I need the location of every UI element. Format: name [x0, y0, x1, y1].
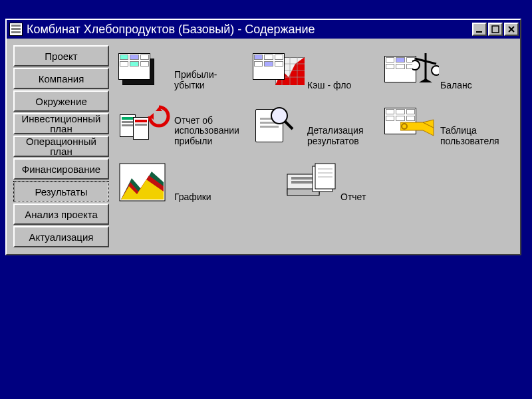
- app-icon: [9, 23, 23, 36]
- sidebar-item-company[interactable]: Компания: [13, 68, 109, 89]
- item-label: Детализация результатов: [307, 126, 363, 148]
- sidebar-item-project[interactable]: Проект: [13, 45, 109, 66]
- item-label: Прибыли- убытки: [174, 70, 217, 92]
- maximize-icon: [491, 25, 499, 33]
- content-row: Графики: [118, 161, 511, 203]
- item-label: Баланс: [440, 80, 472, 92]
- sidebar-item-actualization[interactable]: Актуализация: [13, 226, 109, 247]
- sidebar-item-results[interactable]: Результаты: [13, 181, 109, 202]
- item-cash-flow[interactable]: Кэш - фло: [251, 49, 378, 92]
- sidebar-label: Окружение: [35, 96, 86, 106]
- result-details-icon: [251, 105, 305, 148]
- client-area: Проект Компания Окружение Инвестиционный…: [7, 39, 520, 254]
- item-balance[interactable]: Баланс: [384, 49, 511, 92]
- sidebar-label: Инвестиционный план: [15, 114, 108, 134]
- titlebar: Комбинат Хлебопродуктов (Базовый) - Соде…: [7, 20, 520, 39]
- sidebar-label: Финансирование: [22, 164, 100, 174]
- sidebar: Проект Компания Окружение Инвестиционный…: [13, 45, 109, 247]
- svg-marker-7: [419, 78, 432, 82]
- item-user-table[interactable]: Таблица пользователя: [384, 105, 511, 148]
- item-label: Таблица пользователя: [440, 126, 499, 148]
- sidebar-item-investment-plan[interactable]: Инвестиционный план: [13, 113, 109, 134]
- item-graphs[interactable]: Графики: [118, 161, 245, 203]
- graphs-icon: [118, 161, 172, 203]
- close-button[interactable]: [504, 23, 519, 36]
- svg-line-11: [285, 121, 293, 129]
- svg-rect-0: [476, 31, 482, 33]
- svg-rect-22: [291, 181, 315, 184]
- item-report[interactable]: Отчет: [285, 161, 411, 203]
- user-table-icon: [384, 105, 438, 148]
- item-profit-loss[interactable]: Прибыли- убытки: [118, 49, 245, 92]
- sidebar-label: Компания: [39, 74, 84, 84]
- report-icon: [285, 161, 338, 203]
- sidebar-item-environment[interactable]: Окружение: [13, 90, 109, 112]
- content-row: Отчет об использовании прибыли: [118, 105, 511, 148]
- sidebar-item-project-analysis[interactable]: Анализ проекта: [13, 203, 109, 225]
- svg-rect-21: [291, 177, 315, 180]
- balance-icon: [384, 49, 438, 92]
- maximize-button[interactable]: [488, 23, 503, 36]
- svg-rect-1: [492, 26, 499, 33]
- profit-usage-icon: [118, 105, 172, 148]
- sidebar-label: Актуализация: [29, 232, 94, 242]
- item-result-details[interactable]: Детализация результатов: [251, 105, 378, 148]
- sidebar-label: Анализ проекта: [25, 209, 98, 219]
- content-area: Прибыли- убытки: [116, 45, 513, 247]
- item-profit-usage-report[interactable]: Отчет об использовании прибыли: [118, 105, 245, 148]
- sidebar-label: Проект: [45, 51, 77, 61]
- svg-rect-24: [315, 164, 335, 189]
- item-label: Графики: [174, 192, 211, 203]
- svg-point-6: [432, 66, 439, 75]
- minimize-icon: [475, 25, 483, 33]
- sidebar-label: Операционный план: [15, 136, 108, 156]
- item-label: Отчет об использовании прибыли: [174, 116, 239, 148]
- sidebar-item-financing[interactable]: Финансирование: [13, 158, 109, 180]
- minimize-button[interactable]: [472, 23, 487, 36]
- app-window: Комбинат Хлебопродуктов (Базовый) - Соде…: [5, 19, 521, 255]
- sidebar-item-operation-plan[interactable]: Операционный план: [13, 136, 109, 157]
- item-label: Кэш - фло: [307, 80, 351, 92]
- content-row: Прибыли- убытки: [118, 49, 511, 92]
- profit-loss-icon: [118, 49, 172, 92]
- item-label: Отчет: [340, 192, 366, 203]
- sidebar-label: Результаты: [35, 187, 88, 197]
- window-title: Комбинат Хлебопродуктов (Базовый) - Соде…: [27, 23, 471, 37]
- close-icon: [507, 25, 515, 33]
- svg-point-5: [412, 61, 420, 70]
- cash-flow-icon: [251, 49, 305, 92]
